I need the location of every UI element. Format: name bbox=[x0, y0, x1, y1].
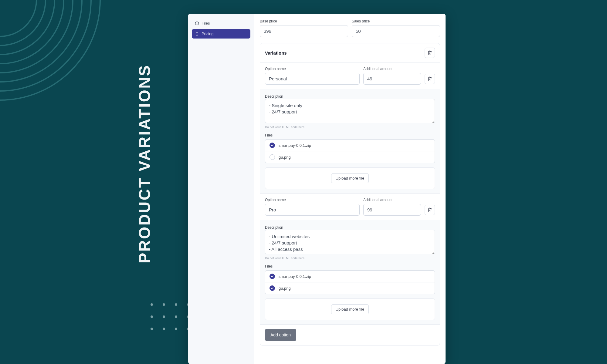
trash-icon bbox=[427, 207, 432, 212]
base-price-label: Base price bbox=[260, 19, 348, 23]
svg-point-7 bbox=[0, 0, 100, 100]
sidebar: Files Pricing bbox=[188, 14, 254, 364]
option-name-input[interactable] bbox=[265, 73, 360, 85]
files-label: Files bbox=[265, 264, 435, 268]
additional-amount-label: Additional amount bbox=[363, 67, 421, 71]
checkmark-icon bbox=[270, 285, 275, 291]
description-textarea[interactable] bbox=[265, 230, 435, 254]
variations-heading: Variations bbox=[265, 50, 287, 56]
files-label: Files bbox=[265, 133, 435, 137]
sales-price-input[interactable] bbox=[352, 25, 440, 37]
upload-area: Upload more file bbox=[265, 167, 435, 189]
checkmark-icon bbox=[270, 274, 275, 279]
description-textarea[interactable] bbox=[265, 99, 435, 123]
upload-area: Upload more file bbox=[265, 298, 435, 320]
description-helper: Do not write HTML code here. bbox=[265, 257, 435, 260]
base-price-input[interactable] bbox=[260, 25, 348, 37]
trash-icon bbox=[427, 76, 432, 81]
upload-button[interactable]: Upload more file bbox=[331, 173, 369, 183]
option-name-input[interactable] bbox=[265, 204, 360, 216]
file-name: gu.png bbox=[279, 155, 291, 160]
file-option[interactable]: smartpay-0.0.1.zip bbox=[265, 271, 435, 282]
variation-option: Option name Additional amount Descriptio… bbox=[260, 194, 440, 325]
file-option[interactable]: smartpay-0.0.1.zip bbox=[265, 140, 435, 151]
svg-point-6 bbox=[0, 0, 91, 91]
sidebar-item-pricing[interactable]: Pricing bbox=[192, 29, 250, 39]
checkmark-icon bbox=[270, 143, 275, 148]
add-option-button[interactable]: Add option bbox=[265, 329, 296, 341]
delete-variations-button[interactable] bbox=[425, 48, 435, 58]
page-title: PRODUCT VARIATIONS bbox=[135, 64, 154, 264]
radio-unchecked-icon bbox=[270, 154, 275, 160]
svg-point-5 bbox=[0, 0, 82, 82]
svg-point-4 bbox=[0, 0, 73, 73]
decorative-arcs bbox=[0, 0, 103, 103]
delete-option-button[interactable] bbox=[425, 74, 435, 84]
sidebar-item-files[interactable]: Files bbox=[192, 19, 250, 28]
svg-point-0 bbox=[0, 0, 36, 36]
option-name-label: Option name bbox=[265, 67, 360, 71]
delete-option-button[interactable] bbox=[425, 205, 435, 215]
decorative-dots bbox=[151, 303, 189, 330]
description-label: Description bbox=[265, 225, 283, 230]
description-label: Description bbox=[265, 94, 283, 99]
sidebar-item-label: Files bbox=[202, 21, 210, 25]
file-list: smartpay-0.0.1.zip gu.png bbox=[265, 139, 435, 163]
package-icon bbox=[195, 21, 199, 25]
file-name: smartpay-0.0.1.zip bbox=[279, 274, 311, 279]
dollar-icon bbox=[195, 32, 199, 36]
file-list: smartpay-0.0.1.zip gu.png bbox=[265, 270, 435, 294]
trash-icon bbox=[427, 50, 432, 55]
sales-price-label: Sales price bbox=[352, 19, 440, 23]
svg-point-2 bbox=[0, 0, 55, 55]
additional-amount-input[interactable] bbox=[363, 73, 421, 85]
upload-button[interactable]: Upload more file bbox=[331, 304, 369, 314]
file-option[interactable]: gu.png bbox=[265, 151, 435, 163]
app-window: Files Pricing Base price Sales price Var… bbox=[188, 14, 446, 364]
additional-amount-label: Additional amount bbox=[363, 198, 421, 202]
variations-panel: Variations Option name Additional amount bbox=[260, 43, 440, 345]
sidebar-item-label: Pricing bbox=[202, 32, 214, 36]
additional-amount-input[interactable] bbox=[363, 204, 421, 216]
variation-option: Option name Additional amount Descriptio… bbox=[260, 62, 440, 194]
main-content: Base price Sales price Variations Option… bbox=[254, 14, 446, 364]
file-option[interactable]: gu.png bbox=[265, 282, 435, 294]
file-name: gu.png bbox=[279, 286, 291, 291]
option-name-label: Option name bbox=[265, 198, 360, 202]
description-helper: Do not write HTML code here. bbox=[265, 126, 435, 129]
file-name: smartpay-0.0.1.zip bbox=[279, 143, 311, 148]
